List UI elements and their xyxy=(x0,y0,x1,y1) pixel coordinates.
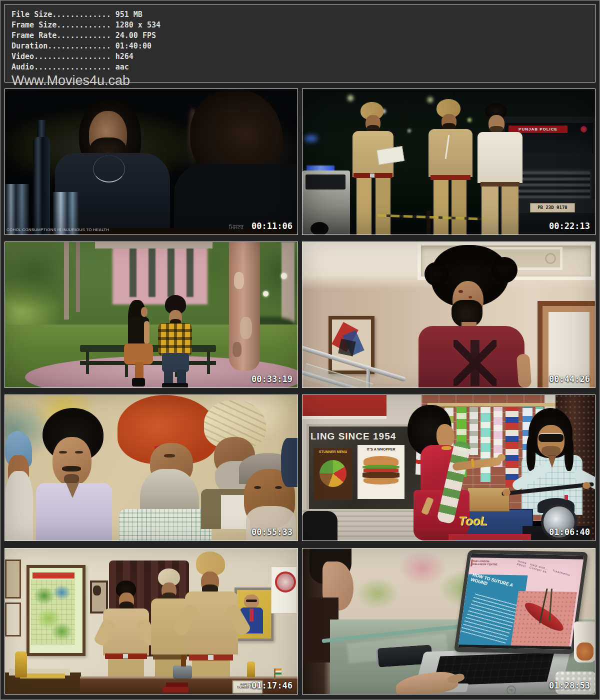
info-line-framesize: Frame Size............ 1280 x 534 xyxy=(12,20,595,30)
timestamp: 00:11:06 xyxy=(252,221,292,231)
vignette xyxy=(302,395,595,540)
timestamp: 00:33:19 xyxy=(252,374,292,384)
vignette xyxy=(302,548,595,694)
vignette xyxy=(5,548,298,694)
screenshot-6: LING SINCE 1954 STUNNER MENU IT'S A WHOP… xyxy=(302,394,596,541)
screenshot-8: hp THE LONDON WELLNESS CENTRE Home Help … xyxy=(302,548,596,694)
screenshot-7: INSPECTOR TAJINDER SINGH 01:17:46 xyxy=(4,548,298,694)
timestamp: 01:06:40 xyxy=(549,527,590,537)
screenshot-2: PUNJAB POLICE PB 23D 9170 00:22: xyxy=(302,88,596,235)
timestamp: 01:17:46 xyxy=(252,680,292,690)
vignette xyxy=(5,242,298,388)
timestamp: 00:22:13 xyxy=(549,221,590,231)
screenshot-3: 00:33:19 xyxy=(4,242,298,388)
info-line-duration: Duration.............. 01:40:00 xyxy=(12,41,595,52)
info-line-filesize: File Size............. 951 MB xyxy=(12,10,595,20)
screenshot-4: 00:44:26 xyxy=(302,242,596,388)
vignette xyxy=(5,89,298,234)
timestamp: 00:55:33 xyxy=(252,527,292,537)
info-line-framerate: Frame Rate............ 24.00 FPS xyxy=(12,30,595,41)
subtitle-text: ਮਿਸਟਰ xyxy=(229,224,244,230)
timestamp: 00:44:26 xyxy=(549,374,590,384)
vignette xyxy=(5,395,298,540)
site-watermark: Www.Movies4u.cab xyxy=(12,73,595,88)
file-info-panel: File Size............. 951 MB Frame Size… xyxy=(4,4,596,82)
vignette xyxy=(302,242,595,388)
health-warning-text: COHOL CONSUMPTIONS IS INJURIOUS TO HEALT… xyxy=(6,228,109,232)
timestamp: 01:28:53 xyxy=(549,680,590,690)
screenshot-1: COHOL CONSUMPTIONS IS INJURIOUS TO HEALT… xyxy=(4,88,298,235)
vignette xyxy=(302,89,595,234)
media-info-sheet: File Size............. 951 MB Frame Size… xyxy=(0,0,600,700)
screenshot-5: 00:55:33 xyxy=(4,394,298,541)
info-line-video: Video................. h264 xyxy=(12,52,595,62)
info-line-audio: Audio................. aac xyxy=(12,62,595,72)
